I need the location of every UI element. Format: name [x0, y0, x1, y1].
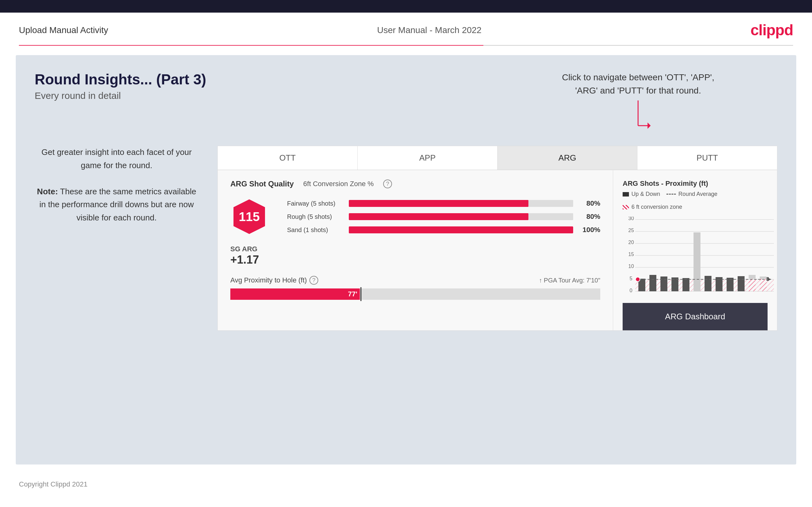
left-description: Get greater insight into each facet of y… [35, 146, 199, 225]
svg-rect-29 [738, 276, 745, 291]
sg-label: SG ARG [230, 245, 600, 253]
legend-hatched-box [623, 205, 629, 210]
annotation-section: Click to navigate between 'OTT', 'APP','… [562, 71, 777, 139]
proximity-cursor [360, 287, 361, 301]
page-title: Round Insights... (Part 3) [35, 71, 206, 88]
card-right: ARG Shots - Proximity (ft) Up & Down Rou… [613, 170, 777, 330]
shot-row-sand: Sand (1 shots) 100% [287, 226, 600, 234]
tab-putt[interactable]: PUTT [638, 146, 777, 170]
legend-round-avg: Round Average [666, 191, 717, 198]
sg-section: SG ARG +1.17 [230, 245, 600, 267]
proximity-label: Avg Proximity to Hole (ft) ? [230, 276, 318, 285]
rough-pct: 80% [578, 213, 600, 221]
proximity-help-icon[interactable]: ? [309, 276, 318, 285]
proximity-bar-fill: 77' [230, 288, 360, 300]
top-section: Round Insights... (Part 3) Every round i… [35, 71, 777, 139]
logo-container: clippd [751, 21, 793, 39]
legend-up-down-label: Up & Down [631, 191, 660, 198]
chart-title: ARG Shots - Proximity (ft) [623, 179, 708, 188]
svg-rect-26 [705, 276, 711, 291]
chart-svg: 0 5 10 15 20 25 30 [623, 217, 777, 295]
legend-dashed-line [666, 194, 676, 194]
shot-row-rough: Rough (5 shots) 80% [287, 213, 600, 221]
chart-header: ARG Shots - Proximity (ft) [623, 179, 768, 188]
conversion-zone-label: 6ft Conversion Zone % [303, 180, 374, 188]
note-bold: Note: [37, 187, 58, 196]
top-bar [0, 0, 812, 13]
proximity-section: Avg Proximity to Hole (ft) ? ↑ PGA Tour … [230, 276, 600, 300]
svg-rect-22 [660, 277, 667, 291]
shot-quality-label: ARG Shot Quality [230, 179, 294, 188]
chart-legend: Up & Down Round Average 6 ft conversion … [623, 191, 768, 210]
help-icon[interactable]: ? [383, 179, 392, 188]
sand-pct: 100% [578, 226, 600, 234]
sand-label: Sand (1 shots) [287, 226, 344, 234]
copyright-text: Copyright Clippd 2021 [19, 480, 88, 488]
svg-rect-25 [694, 232, 701, 291]
legend-box-dark [623, 192, 629, 196]
svg-rect-32 [749, 275, 756, 279]
content-layout: Get greater insight into each facet of y… [35, 146, 777, 331]
legend-up-down: Up & Down [623, 191, 660, 198]
shot-bars: Fairway (5 shots) 80% Rough (5 shots) [287, 199, 600, 234]
legend-round-avg-label: Round Average [678, 191, 717, 198]
svg-rect-33 [760, 277, 767, 279]
proximity-header: Avg Proximity to Hole (ft) ? ↑ PGA Tour … [230, 276, 600, 285]
fairway-bar [349, 200, 528, 207]
svg-point-35 [636, 277, 640, 282]
fairway-pct: 80% [578, 199, 600, 208]
proximity-value: 77' [348, 290, 357, 298]
chart-area: 0 5 10 15 20 25 30 [623, 217, 768, 297]
svg-rect-30 [749, 279, 756, 291]
proximity-bar-container: 77' [230, 288, 600, 300]
svg-rect-28 [727, 278, 733, 291]
tab-arg[interactable]: ARG [498, 146, 638, 170]
annotation-text: Click to navigate between 'OTT', 'APP','… [562, 71, 714, 97]
svg-text:15: 15 [628, 251, 634, 257]
manual-title: User Manual - March 2022 [377, 25, 481, 35]
upload-manual-label: Upload Manual Activity [19, 25, 108, 35]
svg-text:30: 30 [628, 217, 634, 221]
svg-rect-21 [649, 275, 656, 291]
arrow-annotation [562, 101, 714, 139]
svg-rect-24 [682, 278, 690, 291]
header-divider [19, 45, 793, 46]
arg-dashboard-button[interactable]: ARG Dashboard [623, 303, 768, 330]
legend-6ft-zone: 6 ft conversion zone [623, 204, 682, 210]
card-panel: OTT APP ARG PUTT ARG Shot Quality 6ft Co… [217, 146, 777, 331]
sand-bar [349, 226, 573, 233]
title-section: Round Insights... (Part 3) Every round i… [35, 71, 206, 114]
svg-text:10: 10 [628, 264, 634, 269]
fairway-bar-container [349, 200, 573, 207]
svg-text:20: 20 [628, 240, 634, 245]
clippd-logo: clippd [751, 21, 793, 39]
svg-text:5: 5 [629, 276, 632, 281]
fairway-label: Fairway (5 shots) [287, 200, 344, 207]
tabs-container: OTT APP ARG PUTT [218, 146, 777, 170]
sand-bar-container [349, 226, 573, 233]
legend-6ft-label: 6 ft conversion zone [631, 204, 682, 210]
tab-ott[interactable]: OTT [218, 146, 358, 170]
svg-rect-31 [760, 279, 767, 291]
sg-value: +1.17 [230, 253, 600, 267]
footer: Copyright Clippd 2021 [0, 474, 812, 495]
rough-bar-container [349, 213, 573, 220]
hexagon-value: 115 [239, 210, 260, 224]
card-left: ARG Shot Quality 6ft Conversion Zone % ?… [218, 170, 613, 330]
shot-quality-header: ARG Shot Quality 6ft Conversion Zone % ? [230, 179, 600, 188]
card-body: ARG Shot Quality 6ft Conversion Zone % ?… [218, 170, 777, 330]
pga-avg: ↑ PGA Tour Avg: 7'10" [539, 277, 600, 284]
hexagon: 115 [230, 198, 268, 235]
description-text: Get greater insight into each facet of y… [35, 146, 199, 225]
rough-bar [349, 213, 528, 220]
svg-marker-2 [648, 122, 651, 129]
hexagon-container: 115 Fairway (5 shots) 80% [230, 198, 600, 235]
shot-row-fairway: Fairway (5 shots) 80% [287, 199, 600, 208]
svg-text:25: 25 [628, 228, 634, 233]
svg-text:0: 0 [629, 288, 632, 293]
chart-header-section: ARG Shots - Proximity (ft) Up & Down Rou… [623, 179, 768, 210]
page-subtitle: Every round in detail [35, 91, 206, 101]
header: Upload Manual Activity User Manual - Mar… [0, 13, 812, 45]
main-content: Round Insights... (Part 3) Every round i… [16, 55, 796, 464]
tab-app[interactable]: APP [358, 146, 498, 170]
